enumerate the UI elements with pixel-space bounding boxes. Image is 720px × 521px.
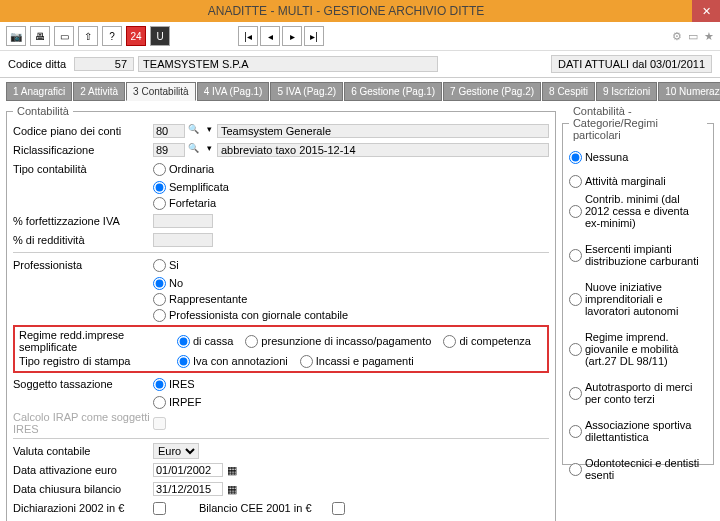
- radio-cat-odonto[interactable]: [569, 463, 582, 476]
- radio-irpef-label: IRPEF: [169, 396, 201, 408]
- tab-attivita[interactable]: 2 Attività: [73, 82, 125, 101]
- tab-gestione2[interactable]: 7 Gestione (Pag.2): [443, 82, 541, 101]
- radio-competenza-label: di competenza: [459, 335, 531, 347]
- radio-semplificata-label: Semplificata: [169, 181, 229, 193]
- tab-gestione1[interactable]: 6 Gestione (Pag.1): [344, 82, 442, 101]
- tab-bar: 1 Anagrafici 2 Attività 3 Contabilità 4 …: [0, 78, 720, 101]
- radio-cat-autotrasporto[interactable]: [569, 387, 582, 400]
- cat-sportiva-label: Associazione sportiva dilettantistica: [585, 419, 707, 443]
- close-button[interactable]: ✕: [692, 0, 720, 22]
- radio-prof-rapp[interactable]: [153, 293, 166, 306]
- cat-marginali-label: Attività marginali: [585, 175, 666, 187]
- radio-prof-si[interactable]: [153, 259, 166, 272]
- folder-icon[interactable]: ▭: [54, 26, 74, 46]
- nav-next-icon[interactable]: ▸: [282, 26, 302, 46]
- tab-numerazioni[interactable]: 10 Numerazioni, date, indici: [658, 82, 720, 101]
- nav-last-icon[interactable]: ▸|: [304, 26, 324, 46]
- valuta-select[interactable]: Euro: [153, 443, 199, 459]
- radio-forfetaria-label: Forfetaria: [169, 197, 216, 209]
- toolbar: 📷 🖶 ▭ ⇧ ? 24 U |◂ ◂ ▸ ▸| ⚙ ▭ ★: [0, 22, 720, 51]
- radio-prof-si-label: Si: [169, 259, 179, 271]
- tab-iscrizioni[interactable]: 9 Iscrizioni: [596, 82, 657, 101]
- chius-input[interactable]: [153, 482, 223, 496]
- riclass-input[interactable]: [153, 143, 185, 157]
- radio-ordinaria[interactable]: [153, 163, 166, 176]
- cat-nuove-label: Nuove iniziative imprenditoriali e lavor…: [585, 281, 707, 317]
- nav-prev-icon[interactable]: ◂: [260, 26, 280, 46]
- dropdown-icon[interactable]: ▾: [203, 124, 215, 138]
- star-icon[interactable]: ★: [704, 30, 714, 43]
- company-name: TEAMSYSTEM S.P.A: [138, 56, 438, 72]
- radio-ires-label: IRES: [169, 378, 195, 390]
- cat-carburanti-label: Esercenti impianti distribuzione carbura…: [585, 243, 707, 267]
- radio-prof-no-label: No: [169, 277, 183, 289]
- radio-cat-minimi[interactable]: [569, 205, 582, 218]
- doc-icon[interactable]: ▭: [688, 30, 698, 43]
- categorie-legend: Contabilità - Categorie/Regimi particola…: [569, 105, 707, 141]
- upload-icon[interactable]: ⇧: [78, 26, 98, 46]
- radio-cat-marginali[interactable]: [569, 175, 582, 188]
- lookup-icon[interactable]: 🔍: [187, 143, 199, 157]
- radio-cassa[interactable]: [177, 335, 190, 348]
- cat-odonto-label: Odontotecnici e dentisti esenti: [585, 457, 707, 481]
- print-icon[interactable]: 🖶: [30, 26, 50, 46]
- tab-anagrafici[interactable]: 1 Anagrafici: [6, 82, 72, 101]
- radio-semplificata[interactable]: [153, 181, 166, 194]
- bilcee-checkbox[interactable]: [332, 502, 345, 515]
- registro-label: Tipo registro di stampa: [19, 355, 177, 367]
- radio-irpef[interactable]: [153, 396, 166, 409]
- radio-prof-no[interactable]: [153, 277, 166, 290]
- radio-competenza[interactable]: [443, 335, 456, 348]
- piano-label: Codice piano dei conti: [13, 125, 153, 137]
- window-title: ANADITTE - MULTI - GESTIONE ARCHIVIO DIT…: [0, 4, 692, 18]
- radio-presunzione[interactable]: [245, 335, 258, 348]
- gear-icon[interactable]: ⚙: [672, 30, 682, 43]
- prof-label: Professionista: [13, 259, 153, 271]
- camera-icon[interactable]: 📷: [6, 26, 26, 46]
- contabilita-group: Contabilità Codice piano dei conti 🔍 ▾ T…: [6, 105, 556, 521]
- tab-cespiti[interactable]: 8 Cespiti: [542, 82, 595, 101]
- radio-cat-carburanti[interactable]: [569, 249, 582, 262]
- radio-incassi-label: Incassi e pagamenti: [316, 355, 414, 367]
- radio-cat-nuove[interactable]: [569, 293, 582, 306]
- titlebar: ANADITTE - MULTI - GESTIONE ARCHIVIO DIT…: [0, 0, 720, 22]
- radio-incassi[interactable]: [300, 355, 313, 368]
- dich-checkbox[interactable]: [153, 502, 166, 515]
- radio-iva-annot-label: Iva con annotazioni: [193, 355, 288, 367]
- piano-input[interactable]: [153, 124, 185, 138]
- tab-contabilita[interactable]: 3 Contabilità: [126, 82, 196, 101]
- regime-highlight: Regime redd.imprese semplificate di cass…: [13, 325, 549, 373]
- calendar-icon[interactable]: ▦: [227, 464, 237, 477]
- forf-input[interactable]: [153, 214, 213, 228]
- dropdown-icon[interactable]: ▾: [203, 143, 215, 157]
- att-label: Data attivazione euro: [13, 464, 153, 476]
- redd-input[interactable]: [153, 233, 213, 247]
- radio-cat-giovanile[interactable]: [569, 343, 582, 356]
- regime-label: Regime redd.imprese semplificate: [19, 329, 177, 353]
- tab-iva1[interactable]: 4 IVA (Pag.1): [197, 82, 270, 101]
- radio-cat-sportiva[interactable]: [569, 425, 582, 438]
- help-icon[interactable]: ?: [102, 26, 122, 46]
- riclass-desc: abbreviato taxo 2015-12-14: [217, 143, 549, 157]
- radio-presunzione-label: presunzione di incasso/pagamento: [261, 335, 431, 347]
- cat-minimi-label: Contrib. minimi (dal 2012 cessa e divent…: [585, 193, 707, 229]
- calendar-icon[interactable]: ▦: [227, 483, 237, 496]
- code-label: Codice ditta: [8, 58, 66, 70]
- radio-forfetaria[interactable]: [153, 197, 166, 210]
- tab-iva2[interactable]: 5 IVA (Pag.2): [270, 82, 343, 101]
- cat-nessuna-label: Nessuna: [585, 151, 628, 163]
- att-input[interactable]: [153, 463, 223, 477]
- radio-iva-annot[interactable]: [177, 355, 190, 368]
- num24-icon[interactable]: 24: [126, 26, 146, 46]
- radio-prof-giornale[interactable]: [153, 309, 166, 322]
- u-icon[interactable]: U: [150, 26, 170, 46]
- radio-cat-nessuna[interactable]: [569, 151, 582, 164]
- lookup-icon[interactable]: 🔍: [187, 124, 199, 138]
- radio-ires[interactable]: [153, 378, 166, 391]
- radio-cassa-label: di cassa: [193, 335, 233, 347]
- nav-first-icon[interactable]: |◂: [238, 26, 258, 46]
- bilcee-label: Bilancio CEE 2001 in €: [199, 502, 312, 514]
- dich-label: Dichiarazioni 2002 in €: [13, 502, 153, 514]
- chius-label: Data chiusura bilancio: [13, 483, 153, 495]
- code-value[interactable]: 57: [74, 57, 134, 71]
